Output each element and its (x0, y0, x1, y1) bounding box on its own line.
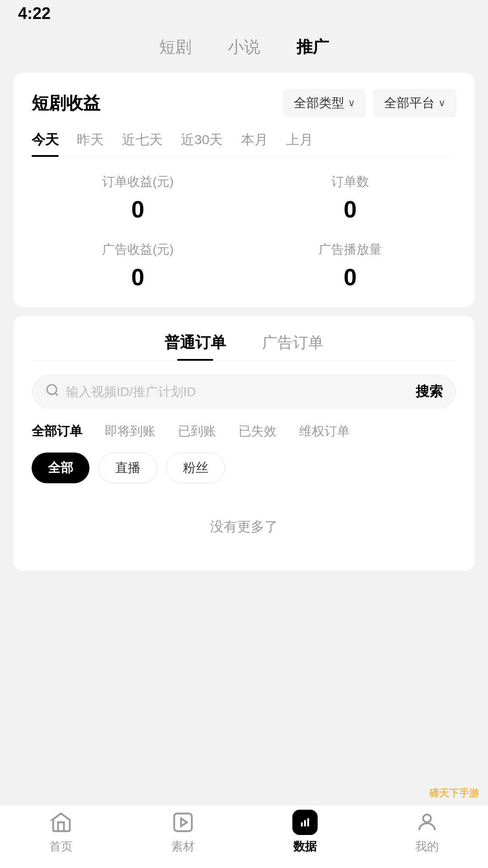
svg-line-1 (55, 393, 58, 396)
search-left: 输入视频ID/推广计划ID (45, 383, 196, 401)
material-icon (170, 810, 196, 835)
bottom-nav: 首页 素材 数据 我的 (0, 805, 488, 868)
me-icon (414, 810, 440, 835)
chevron-down-icon: ∨ (348, 97, 355, 109)
status-tabs: 全部订单 即将到账 已到账 已失效 维权订单 (32, 423, 456, 440)
stats-grid: 订单收益(元) 0 订单数 0 广告收益(元) 0 广告播放量 0 (32, 173, 456, 291)
stat-order-revenue-label: 订单收益(元) (32, 173, 244, 190)
source-chips: 全部 直播 粉丝 (32, 453, 456, 483)
status-tab-dispute[interactable]: 维权订单 (299, 423, 350, 440)
stat-ad-revenue: 广告收益(元) 0 (32, 241, 244, 291)
search-icon (45, 383, 60, 401)
nav-label-data: 数据 (293, 839, 317, 854)
date-tab-lastmonth[interactable]: 上月 (286, 131, 313, 156)
svg-point-0 (47, 385, 56, 394)
date-tab-month[interactable]: 本月 (241, 131, 268, 156)
home-icon (48, 810, 74, 835)
filter-type-button[interactable]: 全部类型 ∨ (283, 89, 366, 117)
filter-buttons: 全部类型 ∨ 全部平台 ∨ (283, 89, 456, 117)
date-tab-today[interactable]: 今天 (32, 131, 59, 156)
tab-novel[interactable]: 小说 (228, 36, 260, 62)
date-tab-yesterday[interactable]: 昨天 (77, 131, 104, 156)
filter-platform-button[interactable]: 全部平台 ∨ (373, 89, 456, 117)
nav-label-home: 首页 (49, 839, 73, 854)
main-content: 短剧收益 全部类型 ∨ 全部平台 ∨ 今天 昨天 近七天 近30天 本月 上月 (0, 73, 488, 571)
empty-state: 没有更多了 (32, 500, 456, 554)
svg-point-7 (423, 815, 431, 822)
stat-order-count-label: 订单数 (244, 173, 456, 190)
status-tab-expired[interactable]: 已失效 (239, 423, 277, 440)
empty-text: 没有更多了 (210, 519, 278, 534)
search-placeholder[interactable]: 输入视频ID/推广计划ID (66, 383, 196, 401)
status-time: 4:22 (18, 4, 51, 23)
chevron-down-icon: ∨ (438, 97, 446, 109)
stat-order-revenue-value: 0 (32, 196, 244, 223)
nav-item-material[interactable]: 素材 (147, 810, 219, 854)
date-tabs: 今天 昨天 近七天 近30天 本月 上月 (32, 131, 456, 157)
nav-item-home[interactable]: 首页 (25, 810, 97, 854)
nav-label-material: 素材 (171, 839, 195, 854)
stat-ad-views-label: 广告播放量 (244, 241, 456, 258)
date-tab-30days[interactable]: 近30天 (181, 131, 223, 156)
revenue-card: 短剧收益 全部类型 ∨ 全部平台 ∨ 今天 昨天 近七天 近30天 本月 上月 (14, 73, 474, 307)
status-tab-arrived[interactable]: 已到账 (178, 423, 216, 440)
filter-platform-label: 全部平台 (384, 94, 435, 112)
status-bar: 4:22 (0, 0, 488, 27)
revenue-title: 短剧收益 (32, 92, 100, 115)
search-button[interactable]: 搜索 (416, 382, 443, 401)
status-tab-pending[interactable]: 即将到账 (105, 423, 155, 440)
top-tabs-container: 短剧 小说 推广 (0, 27, 488, 73)
watermark-text: 碲天下手游 (429, 788, 479, 799)
status-tab-all[interactable]: 全部订单 (32, 423, 82, 440)
stat-order-count-value: 0 (244, 196, 456, 223)
tab-normal-order[interactable]: 普通订单 (164, 332, 226, 360)
search-bar: 输入视频ID/推广计划ID 搜索 (32, 374, 456, 409)
source-chip-fans[interactable]: 粉丝 (166, 453, 225, 483)
source-chip-all[interactable]: 全部 (32, 453, 89, 483)
stat-ad-revenue-value: 0 (32, 264, 244, 291)
stat-ad-revenue-label: 广告收益(元) (32, 241, 244, 258)
data-icon (292, 810, 318, 835)
svg-rect-2 (174, 814, 192, 831)
tab-promote[interactable]: 推广 (296, 36, 329, 62)
date-tab-7days[interactable]: 近七天 (122, 131, 163, 156)
order-tabs: 普通订单 广告订单 (32, 332, 456, 361)
svg-marker-3 (181, 818, 187, 826)
tab-ad-order[interactable]: 广告订单 (262, 332, 324, 360)
stat-ad-views: 广告播放量 0 (244, 241, 456, 291)
watermark: 碲天下手游 (429, 787, 479, 800)
svg-rect-4 (301, 822, 303, 826)
nav-label-me: 我的 (415, 839, 439, 854)
stat-ad-views-value: 0 (244, 264, 456, 291)
stat-order-revenue: 订单收益(元) 0 (32, 173, 244, 223)
source-chip-live[interactable]: 直播 (99, 453, 157, 483)
nav-item-data[interactable]: 数据 (269, 810, 341, 854)
nav-item-me[interactable]: 我的 (391, 810, 463, 854)
svg-rect-5 (304, 820, 306, 826)
svg-rect-6 (307, 818, 309, 826)
order-card: 普通订单 广告订单 输入视频ID/推广计划ID 搜索 全部订单 即将到账 已到账… (14, 316, 474, 571)
revenue-header: 短剧收益 全部类型 ∨ 全部平台 ∨ (32, 89, 456, 117)
stat-order-count: 订单数 0 (244, 173, 456, 223)
tab-drama[interactable]: 短剧 (159, 36, 192, 62)
filter-type-label: 全部类型 (294, 94, 344, 112)
